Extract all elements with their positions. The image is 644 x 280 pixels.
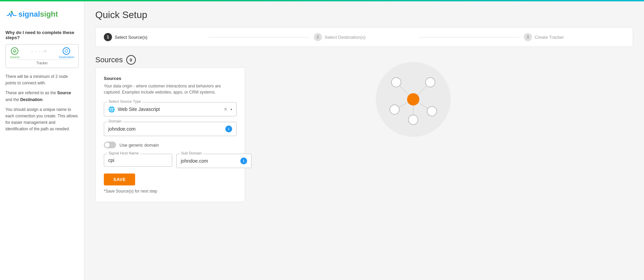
step-line-2 [419, 37, 519, 37]
form-subtitle: Sources [104, 76, 237, 81]
source-type-field[interactable]: Select Source Type 🌐 Web Site Javascript… [104, 102, 237, 116]
sources-badge: 0 [126, 55, 136, 65]
source-node [11, 47, 18, 55]
sidebar-para1: There will be a minimum of 2 node points… [5, 73, 79, 86]
logo-signal: signal [18, 10, 40, 18]
domain-info-icon: i [225, 126, 232, 132]
step2-circle: 2 [314, 33, 322, 41]
form-desc: Your data origin - where customer intera… [104, 83, 237, 95]
page-title: Quick Setup [95, 10, 633, 20]
stepper: 1 Select Source(s) 2 Select Destination(… [95, 27, 633, 47]
viz-svg [376, 62, 451, 137]
step3-label: Create Tracker [535, 35, 564, 40]
signal-host-input[interactable] [108, 158, 168, 163]
toggle-row[interactable]: Use generic domain [104, 142, 237, 148]
step-2: 2 Select Destination(s) [314, 33, 415, 41]
generic-domain-toggle[interactable] [104, 142, 116, 148]
dest-node [63, 47, 70, 55]
node-mid-right [427, 106, 437, 116]
destination-bold: Destination [20, 97, 42, 102]
save-hint: *Save Source(s) for next step [104, 189, 237, 194]
main-content: Quick Setup 1 Select Source(s) 2 Select … [84, 1, 644, 280]
node-active [407, 93, 419, 105]
logo-icon [5, 8, 18, 20]
source-label: Source [10, 55, 20, 59]
sidebar-para2: These are referred to as the Source and … [5, 90, 79, 103]
sub-domain-label: Sub Domain [180, 151, 203, 155]
source-bold: Source [57, 90, 71, 95]
right-panel [362, 55, 464, 144]
globe-icon: 🌐 [108, 106, 115, 113]
domain-input[interactable] [108, 126, 225, 132]
step2-label: Select Destination(s) [325, 35, 366, 40]
toggle-label: Use generic domain [119, 143, 159, 148]
svg-point-0 [11, 11, 12, 13]
source-type-label: Select Source Type [107, 99, 142, 103]
step1-circle: 1 [104, 33, 112, 41]
sidebar-heading: Why do I need to complete these steps? [5, 30, 79, 40]
node-top-right [425, 78, 435, 87]
sub-domain-field[interactable]: Sub Domain i [176, 154, 252, 168]
dest-label: Destination [59, 55, 74, 59]
viz-circle [376, 62, 451, 137]
sidebar: signalsight Why do I need to complete th… [0, 1, 84, 280]
sources-header: Sources 0 [95, 55, 354, 65]
chevron-down-icon: ▾ [230, 108, 232, 111]
sub-domain-input[interactable] [181, 158, 240, 164]
node-bottom [408, 115, 418, 125]
sub-domain-info-icon: i [240, 158, 247, 164]
flow-diagram: Source - - - -> Destination Tracker [5, 44, 79, 68]
signal-host-label: Signal Host Name [107, 151, 140, 155]
domain-field[interactable]: Domain i [104, 122, 237, 136]
step-3: 3 Create Tracker [524, 33, 625, 41]
step-line-1 [209, 37, 309, 37]
svg-point-2 [65, 50, 68, 52]
source-type-select[interactable]: Web Site Javascript [118, 106, 223, 112]
form-card: Sources Your data origin - where custome… [95, 67, 245, 202]
save-button[interactable]: SAVE [104, 174, 135, 185]
step1-label: Select Source(s) [115, 35, 147, 40]
sources-title: Sources [95, 55, 123, 64]
node-top-left [391, 78, 401, 87]
sidebar-para3: You should assign a unique name to each … [5, 106, 79, 133]
domain-label: Domain [107, 119, 123, 123]
clear-button[interactable]: ✕ [223, 106, 228, 113]
tracker-label: Tracker [16, 60, 68, 65]
logo-sight: sight [40, 10, 58, 18]
two-col-fields: Signal Host Name Sub Domain i [104, 154, 237, 168]
step-1: 1 Select Source(s) [104, 33, 205, 41]
step3-circle: 3 [524, 33, 532, 41]
signal-host-field[interactable]: Signal Host Name [104, 154, 172, 168]
logo: signalsight [5, 8, 79, 20]
node-mid-left [390, 105, 399, 114]
